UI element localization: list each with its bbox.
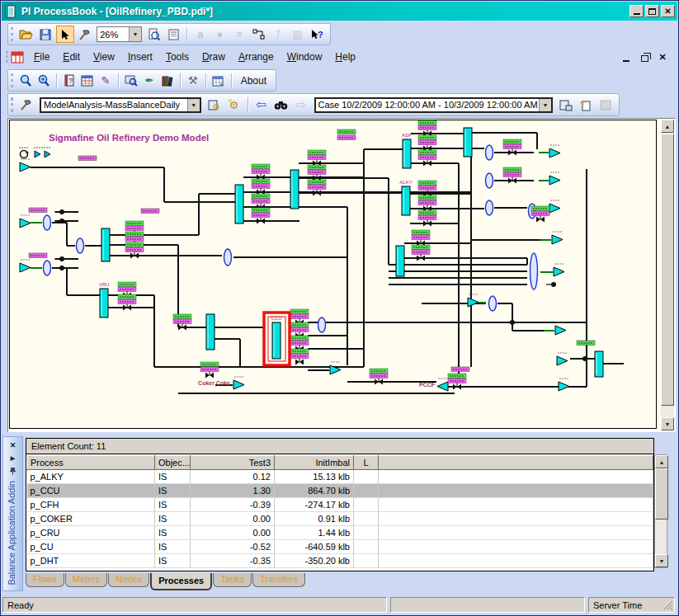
flow-terminal-triangle[interactable] [557,356,568,365]
cell-obj[interactable]: IS [155,498,191,512]
cell-proc[interactable]: p_ALKY [27,470,155,484]
tab-meters[interactable]: Meters [65,573,108,587]
node-ellipse[interactable] [486,145,493,160]
flow-terminal-triangle[interactable] [468,298,479,307]
mdi-minimize-icon[interactable] [620,52,632,62]
node-ellipse[interactable] [224,249,232,266]
node-ellipse[interactable] [486,173,493,188]
node-ellipse[interactable] [486,200,493,215]
node-ellipse[interactable] [77,238,84,253]
open-icon[interactable] [17,26,35,43]
close-button[interactable]: ✕ [661,5,675,17]
about-button[interactable]: About [235,73,272,88]
cell-obj[interactable]: IS [155,554,191,568]
cell-l[interactable] [354,554,379,568]
cell-test[interactable]: 1.30 [191,484,275,498]
flow-terminal-triangle[interactable] [549,204,560,213]
analysis-dropdown-icon[interactable]: ▼ [187,99,200,111]
cell-imb[interactable]: -350.20 klb [275,554,354,568]
cell-proc[interactable]: p_CRU [27,526,155,540]
cell-imb[interactable]: -274.17 klb [275,498,354,512]
book-icon[interactable]: ? [61,72,78,89]
menu-item-window[interactable]: Window [281,49,329,65]
help-pointer-icon[interactable]: ? [308,26,326,43]
resize-grip-icon[interactable] [662,600,672,609]
mdi-close-icon[interactable]: ✕ [657,52,668,62]
cell-imb[interactable]: -640.59 klb [275,540,354,554]
cell-proc[interactable]: p_CFH [27,498,155,512]
meter-circle-icon[interactable] [59,256,64,261]
flow-terminal-triangle[interactable] [233,380,244,389]
cell-proc[interactable]: p_CCU [27,484,155,498]
case-run-icon[interactable] [557,96,575,114]
report-icon[interactable] [165,26,183,43]
menu-item-tools[interactable]: Tools [159,49,196,65]
cell-test[interactable]: -0.39 [191,498,275,512]
flowsheet-canvas[interactable]: Sigmafine Oil Refinery Demo Model VRUCCU… [9,120,662,430]
diagram-toolbar-icons[interactable] [19,148,50,158]
cell-imb[interactable]: 864.70 klb [275,484,354,498]
column-header-objec[interactable]: Objec... [155,456,191,470]
table-scroll-thumb[interactable] [655,468,668,520]
table-scroll-up-icon[interactable]: ▲ [655,455,668,468]
marker-icon[interactable]: ✎ [97,72,114,89]
cell-test[interactable]: -0.52 [191,540,275,554]
hammer-icon[interactable] [76,26,94,43]
meter-circle-icon[interactable] [59,219,64,223]
node-ellipse[interactable] [318,317,326,332]
flow-terminal-triangle[interactable] [552,235,563,244]
cell-imb[interactable]: 0.91 klb [275,512,354,526]
column-header-test3[interactable]: Test3 [191,456,275,470]
flow-terminal-triangle[interactable] [20,263,31,272]
cell-proc[interactable]: p_DHT [27,554,155,568]
diagram-vertical-scrollbar[interactable]: ▲ ▼ [661,120,674,430]
cell-obj[interactable]: IS [155,512,191,526]
table-row-p_dht[interactable]: p_DHTIS-0.35-350.20 klb [27,554,653,568]
table-vertical-scrollbar[interactable]: ▲ ▼ [654,454,667,568]
diagram-scroll-thumb[interactable] [661,134,674,406]
run-analysis-icon[interactable]: ⚙ [205,96,224,114]
select-arrow-icon[interactable] [56,26,74,43]
table-row-p_cru[interactable]: p_CRUIS0.001.44 klb [27,526,653,540]
zoom-combobox[interactable]: 26% ▼ [97,26,142,42]
scroll-down-icon[interactable]: ▼ [661,417,674,430]
case-dropdown-icon[interactable]: ▼ [539,99,551,111]
analysis-combobox[interactable]: ModelAnalysis-MassBalanceDaily ▼ [40,97,201,113]
cell-obj[interactable]: IS [155,470,191,484]
library-icon[interactable] [159,72,176,89]
mdi-restore-icon[interactable] [639,52,650,62]
cell-l[interactable] [354,512,379,526]
cell-proc[interactable]: p_COKER [27,512,155,526]
column-header-initimbal[interactable]: InitImbal [275,456,354,470]
binoculars-icon[interactable] [272,96,290,114]
connector-tool-icon[interactable] [250,26,268,43]
flow-terminal-triangle[interactable] [549,148,560,158]
cell-test[interactable]: -0.35 [191,554,275,568]
meter-circle-icon[interactable] [59,209,64,214]
cell-obj[interactable]: IS [155,484,191,498]
node-ellipse[interactable] [44,215,51,230]
menu-item-insert[interactable]: Insert [121,49,159,65]
node-ellipse[interactable] [489,296,497,311]
table-row-p_ccu[interactable]: p_CCUIS1.30864.70 klb [27,484,653,498]
table-scroll-down-icon[interactable]: ▼ [655,554,668,567]
table-row-p_cfh[interactable]: p_CFHIS-0.39-274.17 klb [27,498,653,512]
flow-terminal-triangle[interactable] [555,326,566,335]
back-arrow-icon[interactable]: ⇦ [252,96,271,114]
cell-l[interactable] [354,470,379,484]
tab-nodes[interactable]: Nodes [108,573,149,587]
meter-circle-icon[interactable] [59,266,64,270]
node-ellipse[interactable] [44,261,51,275]
meter-circle-icon[interactable] [582,356,587,361]
menu-item-file[interactable]: File [27,49,56,65]
cell-l[interactable] [354,526,379,540]
analysis-config-icon[interactable]: ⚙✳ [225,96,243,114]
tools-icon[interactable]: ⚒ [185,72,201,89]
case-combobox[interactable]: Case 10/2/2009 12:00:00 AM - 10/3/2009 1… [314,97,554,113]
meter-circle-icon[interactable] [551,282,556,287]
scroll-up-icon[interactable]: ▲ [661,120,674,133]
table-icon[interactable] [79,72,96,89]
zoom-in-icon[interactable] [35,72,52,89]
addin-expand-icon[interactable]: ▶ [7,453,18,463]
zoom-dropdown-icon[interactable]: ▼ [129,27,141,41]
